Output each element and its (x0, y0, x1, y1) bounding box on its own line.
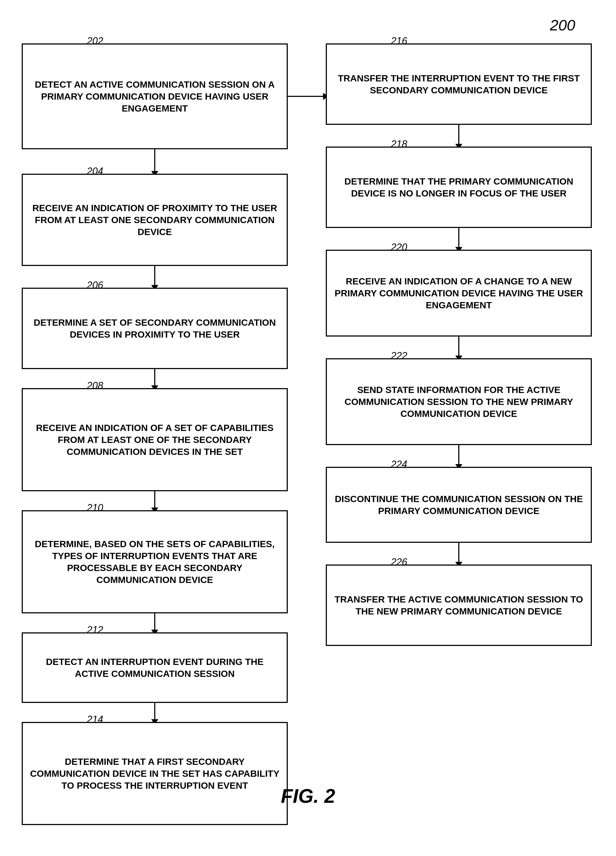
box-202-text: DETECT AN ACTIVE COMMUNICATION SESSION O… (29, 79, 280, 114)
box-216-text: TRANSFER THE INTERRUPTION EVENT TO THE F… (333, 72, 584, 96)
figure-number: 200 (550, 16, 575, 34)
box-226: TRANSFER THE ACTIVE COMMUNICATION SESSIO… (326, 565, 592, 646)
box-222-text: SEND STATE INFORMATION FOR THE ACTIVE CO… (333, 384, 584, 420)
box-220: RECEIVE AN INDICATION OF A CHANGE TO A N… (326, 250, 592, 337)
label-220: 220 (391, 242, 407, 253)
box-206-text: DETERMINE A SET OF SECONDARY COMMUNICATI… (29, 316, 280, 340)
label-218: 218 (391, 139, 407, 150)
box-220-text: RECEIVE AN INDICATION OF A CHANGE TO A N… (333, 275, 584, 311)
box-224-text: DISCONTINUE THE COMMUNICATION SESSION ON… (333, 493, 584, 517)
box-212-text: DETECT AN INTERRUPTION EVENT DURING THE … (29, 656, 280, 680)
box-214: DETERMINE THAT A FIRST SECONDARY COMMUNI… (22, 722, 288, 825)
box-212: DETECT AN INTERRUPTION EVENT DURING THE … (22, 632, 288, 703)
box-206: DETERMINE A SET OF SECONDARY COMMUNICATI… (22, 288, 288, 369)
label-216: 216 (391, 35, 407, 47)
box-216: TRANSFER THE INTERRUPTION EVENT TO THE F… (326, 43, 592, 125)
label-212: 212 (87, 624, 103, 636)
figure-label: FIG. 2 (281, 785, 335, 807)
box-214-text: DETERMINE THAT A FIRST SECONDARY COMMUNI… (29, 756, 280, 792)
box-204-text: RECEIVE AN INDICATION OF PROXIMITY TO TH… (29, 202, 280, 238)
page-container: 200 (0, 0, 616, 856)
label-204: 204 (87, 166, 103, 177)
box-224: DISCONTINUE THE COMMUNICATION SESSION ON… (326, 467, 592, 543)
label-224: 224 (391, 459, 407, 470)
box-218-text: DETERMINE THAT THE PRIMARY COMMUNICATION… (333, 176, 584, 199)
label-226: 226 (391, 556, 407, 568)
box-210-text: DETERMINE, BASED ON THE SETS OF CAPABILI… (29, 538, 280, 586)
box-204: RECEIVE AN INDICATION OF PROXIMITY TO TH… (22, 174, 288, 266)
label-214: 214 (87, 714, 103, 725)
box-202: DETECT AN ACTIVE COMMUNICATION SESSION O… (22, 43, 288, 149)
box-210: DETERMINE, BASED ON THE SETS OF CAPABILI… (22, 510, 288, 613)
label-210: 210 (87, 502, 103, 514)
box-226-text: TRANSFER THE ACTIVE COMMUNICATION SESSIO… (333, 593, 584, 617)
box-208-text: RECEIVE AN INDICATION OF A SET OF CAPABI… (29, 422, 280, 458)
box-222: SEND STATE INFORMATION FOR THE ACTIVE CO… (326, 358, 592, 445)
label-208: 208 (87, 380, 103, 391)
label-222: 222 (391, 350, 407, 362)
box-218: DETERMINE THAT THE PRIMARY COMMUNICATION… (326, 146, 592, 228)
label-206: 206 (87, 280, 103, 291)
label-202: 202 (87, 35, 103, 47)
box-208: RECEIVE AN INDICATION OF A SET OF CAPABI… (22, 388, 288, 491)
